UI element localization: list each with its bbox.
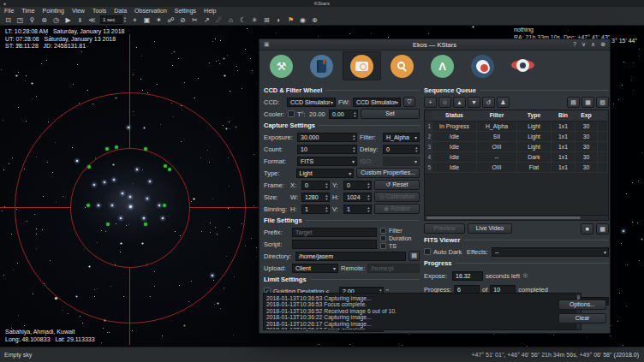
- tab-mount[interactable]: Λ: [423, 51, 462, 80]
- set-time-icon[interactable]: ◷: [51, 15, 62, 25]
- dialog-titlebar[interactable]: ▣ Ekos — KStars ? ∨ ∧ ⊗: [259, 39, 610, 50]
- menu-settings[interactable]: Settings: [175, 8, 196, 14]
- toggle-milkyway-icon[interactable]: ✂: [189, 15, 200, 25]
- frame-y-input[interactable]: 0: [343, 181, 372, 190]
- tab-setup[interactable]: ⚒: [262, 51, 301, 80]
- queue-observer-button[interactable]: ♟: [497, 97, 510, 108]
- custom-properties-button[interactable]: Custom Properties...: [356, 168, 420, 178]
- table-row[interactable]: 1In ProgressH_AlphaLight1x130: [425, 122, 608, 132]
- auto-dark-checkbox[interactable]: [424, 248, 431, 255]
- dome-icon[interactable]: ◗: [273, 15, 284, 25]
- exposure-input[interactable]: 30.000: [297, 133, 357, 142]
- rotator-button[interactable]: ◉ Rotator: [374, 204, 420, 214]
- toggle-stars-icon[interactable]: ✶: [153, 15, 164, 25]
- window-titlebar[interactable]: ✦ KStars: [0, 0, 644, 7]
- queue-save-button[interactable]: ▦: [581, 97, 594, 108]
- options-button[interactable]: Options...: [558, 300, 606, 310]
- crosshair-icon[interactable]: ⊕: [309, 15, 320, 25]
- table-row[interactable]: 3IdleOIIILight1x130: [425, 142, 608, 152]
- toggle-grid-icon[interactable]: ⊞: [261, 15, 272, 25]
- timestep-control[interactable]: 1 sec ▲▼: [100, 15, 127, 24]
- menu-data[interactable]: Data: [114, 8, 127, 14]
- menu-time[interactable]: Time: [21, 8, 34, 14]
- time-rewind-icon[interactable]: ≪: [86, 15, 98, 25]
- delay-input[interactable]: 0: [383, 145, 420, 154]
- queue-add-button[interactable]: +: [424, 97, 437, 108]
- filter-manager-button[interactable]: ▽: [403, 97, 415, 107]
- tab-align[interactable]: [504, 51, 542, 80]
- set-temperature-button[interactable]: Set: [361, 109, 420, 119]
- time-pause-icon[interactable]: ‖: [75, 15, 86, 25]
- size-w-input[interactable]: 1280: [301, 193, 330, 202]
- count-input[interactable]: 10: [297, 145, 357, 154]
- tab-scheduler[interactable]: [302, 51, 341, 80]
- dialog-close-button[interactable]: ⊗: [600, 39, 605, 50]
- queue-save-as-button[interactable]: ▧: [596, 97, 609, 108]
- queue-reset-button[interactable]: ↺: [482, 97, 495, 108]
- effects-select[interactable]: --: [492, 247, 609, 257]
- menu-observation[interactable]: Observation: [134, 8, 167, 14]
- bin-v-input[interactable]: 1: [343, 205, 372, 214]
- prefix-duration-checkbox[interactable]: [380, 235, 386, 241]
- zoom-window-icon[interactable]: ◳: [15, 15, 26, 25]
- filter-select[interactable]: H_Alpha: [383, 133, 420, 142]
- menu-help[interactable]: Help: [204, 8, 216, 14]
- eye-preview-icon[interactable]: ◉: [297, 15, 308, 25]
- table-row[interactable]: 5IdleOIIIFlat1x130: [425, 163, 608, 173]
- toggle-horizon-icon[interactable]: ⌂: [225, 15, 236, 25]
- time-run-icon[interactable]: ▶: [63, 15, 74, 25]
- table-h-scrollbar[interactable]: [424, 216, 609, 221]
- log-view[interactable]: 2018-01-13T10:36:53 Capturing image... 2…: [263, 293, 581, 330]
- size-h-input[interactable]: 1024: [343, 193, 372, 202]
- frame-reset-button[interactable]: ↺ Reset: [374, 180, 420, 190]
- toggle-constellations-icon[interactable]: ☍: [165, 15, 176, 25]
- timestep-arrows-icon[interactable]: ▲▼: [123, 16, 127, 23]
- timestep-value[interactable]: 1 sec: [100, 15, 122, 24]
- bin-h-input[interactable]: 1: [301, 205, 330, 214]
- view-image-icon[interactable]: ▣: [141, 15, 152, 25]
- dialog-maximize-button[interactable]: ∧: [591, 39, 595, 50]
- upload-select[interactable]: Client: [292, 264, 338, 273]
- menu-pointing[interactable]: Pointing: [43, 8, 64, 14]
- dialog-shade-button[interactable]: ∨: [581, 39, 586, 50]
- queue-open-button[interactable]: ▤: [567, 97, 580, 108]
- temp-setpoint-input[interactable]: 0.00: [329, 110, 358, 119]
- menu-tools[interactable]: Tools: [92, 8, 106, 14]
- calibration-button[interactable]: ◎ Calibration: [374, 192, 420, 202]
- zoom-fit-icon[interactable]: ⊡: [3, 15, 14, 25]
- frame-x-input[interactable]: 0: [301, 181, 330, 190]
- sequence-table[interactable]: Status Filter Type Bin Exp 1In ProgressH…: [424, 110, 609, 216]
- browse-directory-button[interactable]: ▤: [408, 251, 420, 261]
- toggle-dso-icon[interactable]: ⊘: [177, 15, 188, 25]
- cooler-checkbox[interactable]: [288, 110, 295, 117]
- pointing-focus-icon[interactable]: ⌖: [129, 15, 140, 25]
- toggle-comets-icon[interactable]: ☄: [213, 15, 224, 25]
- geo-location-icon[interactable]: ⊛: [39, 15, 50, 25]
- format-select[interactable]: FITS: [297, 157, 357, 166]
- table-row[interactable]: 2IdleSIILight1x130: [425, 132, 608, 142]
- dialog-help-button[interactable]: ?: [573, 39, 576, 50]
- stop-sequence-button[interactable]: ■: [581, 223, 593, 234]
- ccd-select[interactable]: CCD Simulator: [287, 98, 336, 107]
- pointer-tool-icon[interactable]: ↗: [201, 15, 212, 25]
- preview-button[interactable]: Preview: [424, 223, 465, 234]
- tab-focus[interactable]: [383, 51, 421, 80]
- menu-view[interactable]: View: [72, 8, 85, 14]
- prefix-input[interactable]: Target: [292, 228, 377, 237]
- prefix-ts-checkbox[interactable]: [380, 243, 386, 249]
- find-object-icon[interactable]: ⚲: [27, 15, 38, 25]
- queue-move-down-button[interactable]: ▼: [468, 97, 480, 108]
- script-input[interactable]: [292, 240, 377, 249]
- type-select[interactable]: Light: [296, 169, 355, 178]
- fw-select[interactable]: CCD Simulator: [353, 98, 401, 107]
- toggle-moon-icon[interactable]: ☾: [237, 15, 248, 25]
- tab-guide[interactable]: [463, 51, 502, 80]
- live-video-button[interactable]: Live Video: [468, 223, 512, 234]
- queue-remove-button[interactable]: ⊗: [438, 97, 451, 108]
- directory-input[interactable]: /home/jasem: [295, 252, 406, 261]
- prefix-filter-checkbox[interactable]: [380, 228, 386, 234]
- menu-file[interactable]: File: [4, 8, 14, 14]
- observation-flag-icon[interactable]: ⚑: [285, 15, 296, 25]
- table-row[interactable]: 4Idle--Dark1x130: [425, 152, 608, 163]
- tab-capture[interactable]: [343, 51, 381, 80]
